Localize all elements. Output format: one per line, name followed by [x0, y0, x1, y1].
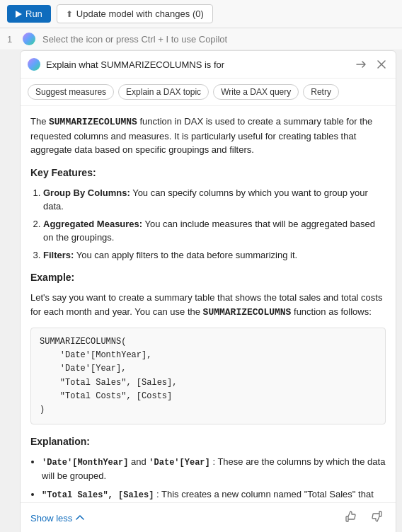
- close-icon: [376, 59, 387, 70]
- chip-retry[interactable]: Retry: [303, 84, 339, 100]
- update-label: Update model with changes (0): [76, 8, 204, 19]
- summarize-columns-ref-1: SUMMARIZECOLUMNS: [49, 117, 137, 127]
- thumbs-up-button[interactable]: [342, 509, 360, 527]
- copilot-icon[interactable]: [23, 33, 35, 45]
- key-features-title: Key Features:: [30, 166, 386, 180]
- close-button[interactable]: [374, 57, 389, 71]
- chip-write-dax[interactable]: Write a DAX query: [213, 84, 299, 100]
- show-less-label: Show less: [30, 513, 72, 524]
- thumbs-down-button[interactable]: [367, 509, 386, 527]
- chips-row: Suggest measures Explain a DAX topic Wri…: [21, 79, 396, 106]
- run-button[interactable]: Run: [7, 5, 51, 23]
- thumbs-down-icon: [370, 510, 383, 523]
- feature-label-1: Group By Columns:: [43, 187, 130, 198]
- chip-suggest-measures[interactable]: Suggest measures: [28, 84, 114, 100]
- example-intro: Let's say you want to create a summary t…: [30, 291, 386, 319]
- features-list: Group By Columns: You can specify column…: [30, 186, 386, 262]
- chip-explain-dax[interactable]: Explain a DAX topic: [118, 84, 209, 100]
- update-model-button[interactable]: ⬆ Update model with changes (0): [57, 4, 213, 23]
- feature-label-3: Filters:: [43, 250, 74, 260]
- toolbar: Run ⬆ Update model with changes (0): [0, 0, 402, 28]
- explanation-title: Explanation:: [30, 434, 386, 449]
- explanation-list: 'Date'[MonthYear] and 'Date'[Year] : The…: [30, 455, 386, 502]
- feature-label-2: Aggregated Measures:: [43, 219, 142, 229]
- example-title: Example:: [30, 270, 386, 285]
- list-item: "Total Sales", [Sales] : This creates a …: [42, 487, 386, 502]
- send-button[interactable]: [353, 57, 369, 72]
- feedback-buttons: [342, 509, 386, 527]
- list-item: Filters: You can apply filters to the da…: [43, 248, 386, 262]
- editor-line-row: 1 Select the icon or press Ctrl + I to u…: [0, 28, 402, 50]
- run-icon: [16, 11, 22, 18]
- chevron-up-icon: [75, 513, 85, 523]
- search-bar: [21, 51, 396, 79]
- run-label: Run: [25, 8, 42, 19]
- copilot-hint: Select the icon or press Ctrl + I to use…: [42, 34, 227, 45]
- intro-text: The SUMMARIZECOLUMNS function in DAX is …: [30, 115, 386, 157]
- panel-footer: Show less: [21, 502, 396, 532]
- summarize-columns-ref-2: SUMMARIZECOLUMNS: [203, 307, 292, 318]
- show-less-button[interactable]: Show less: [30, 513, 85, 524]
- exp-label-1a: 'Date'[MonthYear]: [42, 458, 128, 468]
- code-block: SUMMARIZECOLUMNS( 'Date'[MonthYear], 'Da…: [30, 328, 386, 424]
- send-icon: [355, 58, 367, 71]
- list-item: Group By Columns: You can specify column…: [43, 186, 386, 214]
- exp-label-1b: 'Date'[Year]: [149, 458, 209, 468]
- search-input[interactable]: [46, 59, 348, 70]
- exp-and: and: [131, 456, 149, 467]
- upload-icon: ⬆: [66, 9, 73, 19]
- list-item: 'Date'[MonthYear] and 'Date'[Year] : The…: [42, 455, 386, 483]
- exp-label-2: "Total Sales", [Sales]: [42, 490, 154, 500]
- content-area: The SUMMARIZECOLUMNS function in DAX is …: [21, 106, 396, 502]
- thumbs-up-icon: [345, 510, 357, 523]
- line-number: 1: [7, 34, 16, 45]
- list-item: Aggregated Measures: You can include mea…: [43, 217, 386, 245]
- copilot-panel: Suggest measures Explain a DAX topic Wri…: [20, 50, 396, 532]
- copilot-search-icon: [28, 58, 40, 71]
